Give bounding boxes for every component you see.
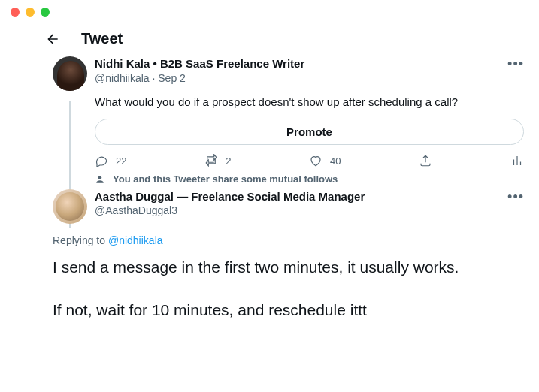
reply-icon <box>95 154 108 167</box>
retweet-count: 2 <box>226 155 231 167</box>
analytics-icon <box>510 154 524 167</box>
reply-tweet: Aastha Duggal — Freelance Social Media M… <box>0 189 539 321</box>
window-minimize-button[interactable] <box>26 8 35 17</box>
avatar[interactable] <box>53 56 87 91</box>
tweet-header: Nidhi Kala • B2B SaaS Freelance Writer @… <box>53 56 524 91</box>
author-meta: @nidhiikala · Sep 2 <box>95 71 524 85</box>
retweet-icon <box>204 154 218 167</box>
back-arrow-icon[interactable] <box>45 32 60 47</box>
original-tweet: Nidhi Kala • B2B SaaS Freelance Writer @… <box>0 56 539 185</box>
avatar[interactable] <box>53 189 87 224</box>
page-title: Tweet <box>81 30 123 47</box>
tweet-date[interactable]: Sep 2 <box>158 72 186 84</box>
tweet-actions: 22 2 40 <box>95 154 524 167</box>
heart-icon <box>309 154 322 167</box>
mutual-follows-text: You and this Tweeter share some mutual f… <box>113 173 338 185</box>
window-close-button[interactable] <box>11 8 20 17</box>
window-maximize-button[interactable] <box>41 8 50 17</box>
reply-count: 22 <box>116 155 126 167</box>
retweet-button[interactable]: 2 <box>204 154 231 167</box>
window-titlebar <box>0 0 539 24</box>
reply-paragraph: I send a message in the first two minute… <box>53 257 524 278</box>
author-name[interactable]: Nidhi Kala • B2B SaaS Freelance Writer <box>95 56 524 71</box>
app-window: Tweet Nidhi Kala • B2B SaaS Freelance Wr… <box>0 0 539 392</box>
promote-button[interactable]: Promote <box>95 119 524 145</box>
share-button[interactable] <box>419 154 432 167</box>
share-icon <box>419 154 432 167</box>
page-header: Tweet <box>0 24 539 56</box>
author-handle[interactable]: @AasthaDuggal3 <box>95 204 524 216</box>
like-button[interactable]: 40 <box>309 154 341 167</box>
mutual-follows-note: You and this Tweeter share some mutual f… <box>95 173 524 185</box>
author-block: Nidhi Kala • B2B SaaS Freelance Writer @… <box>95 56 524 91</box>
replying-to-mention[interactable]: @nidhiikala <box>108 234 163 246</box>
reply-button[interactable]: 22 <box>95 154 126 167</box>
person-icon <box>95 174 105 185</box>
author-name[interactable]: Aastha Duggal — Freelance Social Media M… <box>95 189 524 204</box>
analytics-button[interactable] <box>510 154 524 167</box>
replying-to-line: Replying to @nidhiikala <box>53 234 524 246</box>
author-handle[interactable]: @nidhiikala <box>95 72 150 84</box>
tweet-text: What would you do if a prospect doesn't … <box>95 94 524 110</box>
reply-paragraph: If not, wait for 10 minutes, and resched… <box>53 300 524 321</box>
like-count: 40 <box>330 155 341 167</box>
more-options-button[interactable]: ••• <box>507 189 524 205</box>
author-block: Aastha Duggal — Freelance Social Media M… <box>95 189 524 224</box>
more-options-button[interactable]: ••• <box>507 56 524 72</box>
reply-header: Aastha Duggal — Freelance Social Media M… <box>53 189 524 224</box>
replying-to-label: Replying to <box>53 234 108 246</box>
reply-text: I send a message in the first two minute… <box>53 257 524 321</box>
